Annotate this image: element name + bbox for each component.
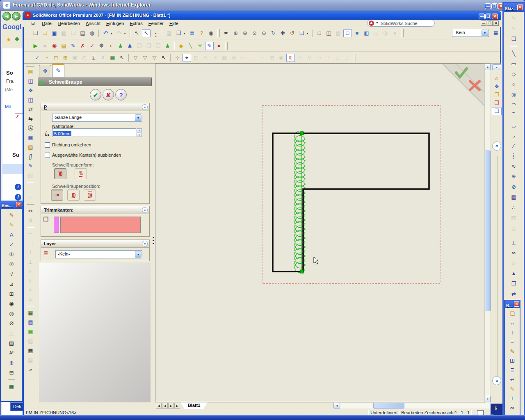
table-general-icon[interactable]: ▦ bbox=[26, 309, 36, 317]
selected-row[interactable] bbox=[2, 164, 24, 174]
hidden-removed-view-icon[interactable]: ▨ bbox=[334, 29, 342, 37]
balloon-1-icon[interactable]: ① bbox=[7, 251, 16, 259]
trim-selection-list[interactable] bbox=[60, 217, 141, 233]
annotation-magnifier-icon[interactable]: ◎ bbox=[7, 310, 16, 318]
delete-markup-icon[interactable]: ✗ bbox=[78, 42, 87, 50]
centerpoint-arc-tool-icon[interactable]: ◠ bbox=[509, 101, 519, 109]
open-document-icon[interactable]: ❒ bbox=[41, 29, 49, 37]
shadow-view-icon[interactable]: ◧ bbox=[362, 29, 371, 37]
print-icon[interactable]: ▤ bbox=[78, 29, 87, 37]
featuremanager-tab[interactable]: ❖ bbox=[39, 65, 51, 77]
format-painter-lightning-icon[interactable]: ✎ bbox=[7, 221, 16, 229]
layer-group-header[interactable]: Layer« bbox=[41, 240, 149, 248]
sheet-nav-prev[interactable]: ◀ bbox=[162, 403, 168, 409]
refresh-view-icon[interactable]: ↻ bbox=[269, 29, 278, 37]
double-integral-icon[interactable]: ∬ bbox=[26, 153, 36, 161]
solidworks-search-box[interactable]: ▼ SolidWorks Suche bbox=[367, 20, 435, 27]
layout-copy-icon[interactable]: ◫ bbox=[26, 96, 36, 104]
filter-faces-icon[interactable]: ▽ bbox=[150, 54, 159, 62]
threepoint-arc-tool-icon[interactable]: ◡ bbox=[509, 121, 519, 130]
yellow-note-icon[interactable]: ▤ bbox=[26, 68, 36, 76]
format-painter-icon[interactable]: ✎ bbox=[7, 211, 16, 219]
skiz-close-button[interactable]: ✕ bbox=[517, 5, 523, 10]
spell-annot-icon[interactable]: ⊡ bbox=[192, 54, 201, 62]
swap-arrows-2-icon[interactable]: ⇆ bbox=[26, 115, 36, 123]
hidden-lines-view-icon[interactable]: ◫ bbox=[324, 29, 333, 37]
save-document-icon[interactable]: ▣ bbox=[50, 29, 59, 37]
alarm-tool-icon[interactable]: ▲ bbox=[509, 269, 519, 278]
equations-icon[interactable]: Σ bbox=[89, 54, 98, 62]
asterisk-green-icon[interactable]: ✳ bbox=[196, 42, 204, 50]
auto-balloon-icon[interactable]: ◎ bbox=[230, 54, 238, 62]
sw-titlebar[interactable]: » SolidWorks Office Premium 2007 - [FM I… bbox=[23, 11, 501, 20]
design-table-icon[interactable]: ▦ bbox=[108, 54, 117, 62]
play-macro-icon[interactable]: ▶ bbox=[31, 42, 40, 50]
skiz-titlebar[interactable]: Skiz... ✕ bbox=[504, 3, 524, 12]
cube-gray-2-icon[interactable]: ❒ bbox=[144, 42, 153, 50]
flip-gray-icon[interactable]: ⇅ bbox=[26, 217, 36, 225]
centerline-tool-icon[interactable]: ┊ bbox=[509, 152, 519, 160]
hscroll-track[interactable] bbox=[340, 403, 500, 409]
select-box-2-icon[interactable]: ▫ bbox=[26, 194, 36, 202]
size-spinner[interactable]: ▲ ▼ bbox=[137, 128, 142, 137]
line-tool-icon[interactable]: ╲ bbox=[509, 50, 519, 58]
drawing-area[interactable] bbox=[155, 64, 484, 402]
redo-icon[interactable]: ↷ bbox=[115, 29, 123, 37]
fence-gray-icon[interactable]: ▥ bbox=[26, 171, 36, 180]
polygon-tool-icon[interactable]: ◇ bbox=[509, 70, 519, 78]
circled-dot-tool-icon[interactable]: ⊙ bbox=[509, 259, 519, 267]
search-dropdown-arrow[interactable]: ▼ bbox=[376, 21, 379, 24]
spell-check-icon[interactable]: ✓ bbox=[33, 54, 41, 62]
size-field[interactable]: 5.00mm bbox=[52, 128, 136, 137]
weld-symbol-icon[interactable]: ⊿ bbox=[7, 280, 16, 288]
format-paint-b-icon[interactable]: ✎ bbox=[507, 347, 517, 356]
doc-restore-button[interactable]: ❐ bbox=[487, 21, 493, 26]
new-document-icon[interactable]: ❏ bbox=[31, 29, 40, 37]
geometric-tolerance-icon[interactable]: ⊞ bbox=[267, 54, 276, 62]
table-bom-icon[interactable]: ▦ bbox=[26, 328, 36, 336]
area-hatch-icon[interactable]: ▨ bbox=[7, 339, 16, 347]
camera-icon[interactable]: ◉ bbox=[207, 29, 215, 37]
approve-check-icon[interactable]: ✓ bbox=[88, 42, 96, 50]
pm-ok-button[interactable]: ✔ bbox=[90, 89, 101, 100]
doc-close-button[interactable]: ✕ bbox=[493, 21, 499, 26]
flip-tool-icon[interactable]: ⇄ bbox=[509, 290, 519, 298]
menu-bearbeiten[interactable]: Bearbeiten bbox=[55, 21, 83, 26]
stud-annot-1-icon[interactable]: ⊥ bbox=[333, 54, 342, 62]
cube-gray-1-icon[interactable]: ❒ bbox=[135, 42, 144, 50]
pan-icon[interactable]: ✚ bbox=[278, 29, 287, 37]
add-icon[interactable]: ✚ bbox=[15, 36, 19, 42]
sw-minimize-button[interactable]: — bbox=[479, 14, 485, 19]
centerline-mark-icon[interactable]: ⊟ bbox=[7, 369, 16, 377]
glasses-b-icon[interactable]: ∞ bbox=[507, 404, 517, 412]
selection-filter-icon[interactable]: ↖ bbox=[142, 29, 151, 37]
menu-extras[interactable]: Extras bbox=[127, 21, 145, 26]
dimension-vertical-icon[interactable]: ↕ bbox=[507, 329, 517, 337]
print-preview-icon[interactable]: ◍ bbox=[88, 29, 96, 37]
datum-annot-icon[interactable]: ▭ bbox=[239, 54, 248, 62]
revision-triangle-icon[interactable]: △ bbox=[7, 329, 16, 338]
layer-dropdown[interactable]: -Kein-▼ bbox=[55, 250, 142, 258]
format-painter-annot-icon[interactable]: ✎ bbox=[201, 54, 210, 62]
panel-splitter[interactable]: ◂◂◂ bbox=[152, 64, 155, 409]
stop-macro-icon[interactable]: ■ bbox=[41, 42, 49, 50]
pattern-grid-icon[interactable]: ▦ bbox=[26, 134, 36, 142]
length-dropdown-arrow[interactable]: ▼ bbox=[135, 114, 142, 121]
file-explorer-tab-icon[interactable]: ❒ bbox=[492, 91, 502, 99]
picture-icon[interactable]: ▧ bbox=[26, 143, 36, 151]
weld-pos-button-3[interactable]: ))) bbox=[84, 189, 96, 201]
shaded-edges-view-icon[interactable]: □ bbox=[343, 29, 352, 37]
section-properties-icon[interactable]: ⊞ bbox=[61, 54, 70, 62]
chamfer-tool-icon[interactable]: ∕ bbox=[509, 142, 519, 150]
hatch-tool-icon[interactable]: ▨ bbox=[509, 214, 519, 222]
surface-finish-icon[interactable]: √ bbox=[7, 270, 16, 278]
realview-icon[interactable]: ◍ bbox=[381, 29, 390, 37]
sketch-swap-b-icon[interactable]: ❏ bbox=[507, 310, 517, 318]
sheet-tab-blatt1[interactable]: Blatt1 bbox=[180, 402, 208, 409]
b-titlebar[interactable]: B... ✕ bbox=[505, 301, 520, 308]
note-annot-icon[interactable]: ➚ bbox=[211, 54, 219, 62]
edit-document-icon[interactable]: ✎ bbox=[69, 42, 78, 50]
smart-dimension-icon[interactable]: ⊹ bbox=[173, 54, 182, 62]
model-items-icon[interactable]: ⌖ bbox=[183, 54, 191, 62]
center-mark-icon[interactable]: ⊕ bbox=[7, 359, 16, 367]
